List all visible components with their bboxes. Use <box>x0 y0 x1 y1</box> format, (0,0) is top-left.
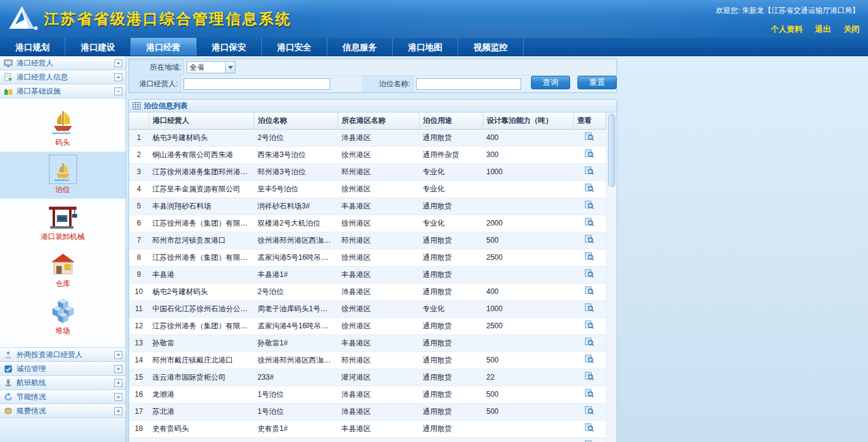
table-row[interactable]: 3 江苏徐州港港务集团邳州港有限公司 邳州港3号泊位 邳州港区 专业化 1000 <box>129 164 606 181</box>
facility-item-yard[interactable]: 堆场 <box>0 293 125 340</box>
row-number: 11 <box>129 301 149 318</box>
view-icon[interactable] <box>585 218 594 227</box>
sidebar-item-credit[interactable]: 诚信管理 + <box>0 362 125 376</box>
column-header-capacity[interactable]: 设计靠泊能力（吨） <box>483 112 573 130</box>
expand-toggle[interactable]: + <box>114 379 122 387</box>
view-icon[interactable] <box>585 235 594 244</box>
view-icon[interactable] <box>585 406 594 415</box>
view-icon[interactable] <box>585 389 594 398</box>
table-header-row: 港口经营人 泊位名称 所在港区名称 泊位用途 设计靠泊能力（吨） 查看 <box>129 112 606 130</box>
view-icon[interactable] <box>585 372 594 381</box>
row-number: 1 <box>129 130 149 147</box>
reset-button[interactable]: 重置 <box>577 76 617 89</box>
cell-capacity <box>483 198 573 215</box>
view-icon[interactable] <box>585 337 594 347</box>
sidebar-item-infrastructure[interactable]: 港口基础设施 − <box>0 84 125 98</box>
table-row[interactable]: 8 江苏徐州港务（集团）有限公司 孟家沟港5号16吨吊泊位 徐州港区 通用散货 … <box>129 249 606 267</box>
profile-link[interactable]: 个人资料 <box>771 24 803 34</box>
cell-use: 专业化 <box>419 164 483 181</box>
view-icon[interactable] <box>585 286 594 295</box>
sidebar-item-foreign-investors[interactable]: 外商投资港口经营人 + <box>0 348 125 362</box>
facility-item-berth[interactable]: 泊位 <box>0 152 125 199</box>
nav-tab[interactable]: 港口安全 <box>262 38 327 56</box>
cell-view <box>573 198 606 215</box>
cell-berth: 徐州港邳州港区西泇河... <box>254 352 338 369</box>
view-icon[interactable] <box>585 166 594 175</box>
cell-view <box>573 318 606 335</box>
table-icon <box>133 102 141 109</box>
nav-tab[interactable]: 港口规划 <box>0 38 65 56</box>
close-link[interactable]: 关闭 <box>844 24 859 34</box>
nav-tab[interactable]: 港口建设 <box>65 38 131 56</box>
sidebar-item-energy[interactable]: 节能情况 + <box>0 390 125 404</box>
column-header-area[interactable]: 所在港区名称 <box>338 112 419 130</box>
table-row[interactable]: 19 王寄雷码头 王寄雷1# 丰县港区 通用散货 <box>129 438 606 442</box>
sidebar-item-port-operators[interactable]: 港口经营人 + <box>0 56 125 70</box>
cell-capacity <box>483 335 573 352</box>
expand-toggle[interactable]: + <box>114 407 122 415</box>
table-row[interactable]: 13 孙敬雷 孙敬雷1# 丰县港区 通用散货 <box>129 335 606 352</box>
table-row[interactable]: 12 江苏徐州港务（集团）有限公司 孟家沟港4号16吨吊泊位 徐州港区 通用散货… <box>129 318 606 335</box>
sidebar-item-routes[interactable]: 航班航线 + <box>0 376 125 390</box>
view-icon[interactable] <box>585 303 594 312</box>
expand-toggle[interactable]: + <box>114 365 122 373</box>
app-title: 江苏省省级港口综合管理信息系统 <box>44 9 292 29</box>
berth-name-input[interactable] <box>416 78 521 90</box>
cell-area: 徐州港区 <box>338 215 419 232</box>
header-links: 个人资料 退出 关闭 <box>716 23 859 35</box>
table-row[interactable]: 1 杨屯3号建材码头 2号泊位 沛县港区 通用散货 400 <box>129 130 606 147</box>
table-row[interactable]: 10 杨屯2号建材码头 2号泊位 沛县港区 通用散货 400 <box>129 284 606 301</box>
nav-tab[interactable]: 视频监控 <box>458 38 524 56</box>
table-row[interactable]: 4 江苏呈丰金属资源有限公司 呈丰5号泊位 徐州港区 专业化 <box>129 181 606 198</box>
view-icon[interactable] <box>585 149 594 158</box>
table-row[interactable]: 15 连云港市国际货柜公司 233# 灌河港区 通用散货 22 <box>129 369 606 386</box>
view-icon[interactable] <box>585 320 594 330</box>
region-select[interactable]: 全省 <box>187 61 236 73</box>
expand-toggle[interactable]: + <box>114 73 122 81</box>
sidebar-item-fees[interactable]: 规费情况 + <box>0 404 125 418</box>
operator-input[interactable] <box>184 78 330 90</box>
table-row[interactable]: 17 苏北港 1号泊位 沛县港区 通用散货 500 <box>129 403 606 421</box>
expand-toggle[interactable]: + <box>114 393 122 401</box>
nav-tab[interactable]: 港口地图 <box>393 38 458 56</box>
cell-area: 丰县港区 <box>338 198 419 215</box>
table-row[interactable]: 9 丰县港 丰县港1# 丰县港区 通用散货 <box>129 267 606 284</box>
nav-tab[interactable]: 港口经营 <box>131 38 196 56</box>
expand-toggle[interactable]: + <box>114 59 122 67</box>
table-row[interactable]: 11 中国石化江苏徐州石油分公司周... 周老子油库码头1号泊位 徐州港区 专业… <box>129 301 606 318</box>
column-header-operator[interactable]: 港口经营人 <box>149 112 254 130</box>
column-header-use[interactable]: 泊位用途 <box>419 112 483 130</box>
view-icon[interactable] <box>585 269 594 278</box>
view-icon[interactable] <box>585 183 594 193</box>
view-icon[interactable] <box>585 355 594 364</box>
table-row[interactable]: 6 江苏徐州港务（集团）有限公司 双楼港2号大机泊位 徐州港区 专业化 2000 <box>129 215 606 232</box>
logout-link[interactable]: 退出 <box>815 24 831 34</box>
facility-item-warehouse[interactable]: 仓库 <box>0 246 125 293</box>
view-icon[interactable] <box>585 132 594 141</box>
view-icon[interactable] <box>585 201 594 210</box>
cell-view <box>573 130 606 147</box>
scrollbar-thumb[interactable] <box>608 114 615 187</box>
table-row[interactable]: 7 邳州市岔河镇贵发港口 徐州港邳州港区西泇河... 邳州港区 通用散货 500 <box>129 232 606 249</box>
cell-capacity: 500 <box>483 352 573 369</box>
facility-item-machinery[interactable]: 港口装卸机械 <box>0 199 125 246</box>
table-row[interactable]: 2 铜山港务有限公司西朱港 西朱港3号泊位 徐州港区 通用件杂货 300 <box>129 147 606 164</box>
collapse-toggle[interactable]: − <box>114 87 122 95</box>
search-button[interactable]: 查询 <box>531 76 570 89</box>
expand-toggle[interactable]: + <box>114 351 122 359</box>
cell-capacity: 2000 <box>483 215 573 232</box>
view-icon[interactable] <box>585 252 594 261</box>
nav-tab[interactable]: 信息服务 <box>327 38 393 56</box>
nav-tab[interactable]: 港口保安 <box>196 38 262 56</box>
table-row[interactable]: 18 史有贵码头 史有贵1# 丰县港区 通用散货 <box>129 421 606 438</box>
table-row[interactable]: 5 丰县润翔砂石料场 润祥砂石料场3# 丰县港区 通用散货 <box>129 198 606 215</box>
cell-operator: 铜山港务有限公司西朱港 <box>149 147 254 164</box>
table-row[interactable]: 14 邳州市戴庄镇戴庄北港口 徐州港邳州港区西泇河... 邳州港区 通用散货 5… <box>129 352 606 369</box>
cell-operator: 杨屯3号建材码头 <box>149 130 254 147</box>
sidebar-item-operator-info[interactable]: 港口经营人信息 + <box>0 70 125 84</box>
table-row[interactable]: 16 龙潮港 1号泊位 沛县港区 通用散货 500 <box>129 386 606 403</box>
column-header-berth[interactable]: 泊位名称 <box>254 112 338 130</box>
facility-item-wharf[interactable]: 码头 <box>0 105 125 152</box>
view-icon[interactable] <box>585 423 594 432</box>
vertical-scrollbar[interactable] <box>606 112 617 442</box>
